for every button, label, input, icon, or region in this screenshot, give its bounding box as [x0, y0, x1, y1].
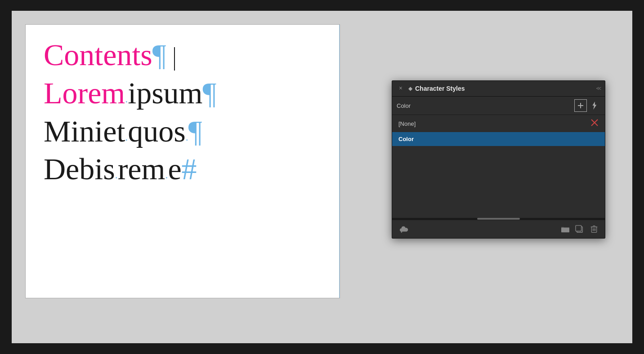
text-contents: Contents	[44, 38, 152, 72]
text-miniet: Miniet	[44, 114, 125, 148]
svg-rect-1	[578, 105, 583, 106]
column-guide	[339, 25, 340, 298]
panel-empty-area	[392, 146, 605, 218]
pilcrow-3: ¶	[188, 114, 202, 148]
panel-scrollbar[interactable]	[392, 218, 605, 220]
text-quos: quos	[128, 114, 185, 148]
panel-toolbar: Color	[392, 97, 605, 115]
load-styles-button[interactable]	[559, 223, 572, 235]
text-e: e	[168, 152, 181, 186]
plus-icon	[577, 102, 584, 109]
character-styles-panel: × ◆ Character Styles << Color	[392, 80, 605, 239]
cloud-sync-button[interactable]	[397, 223, 411, 235]
text-lorem: Lorem	[44, 76, 125, 110]
lightning-button[interactable]	[588, 99, 600, 112]
doc-line-1: Contents¶	[44, 38, 322, 72]
style-item-color[interactable]: Color	[392, 132, 605, 146]
pilcrow-1: ¶	[152, 38, 166, 72]
new-style-button[interactable]	[574, 99, 587, 112]
doc-line-3: Miniet·quos·¶	[44, 115, 322, 148]
panel-title: Character Styles	[415, 85, 596, 92]
pilcrow-2: ¶	[203, 76, 217, 110]
svg-rect-9	[576, 226, 581, 231]
styles-list: [None] Color	[392, 115, 605, 146]
duplicate-style-button[interactable]	[573, 223, 586, 235]
svg-rect-7	[561, 227, 569, 232]
duplicate-icon	[575, 225, 584, 233]
text-rem: rem	[118, 152, 165, 186]
delete-style-button[interactable]	[588, 223, 600, 235]
style-item-none[interactable]: [None]	[392, 115, 605, 132]
doc-line-4: Debis·rem·e#	[44, 152, 322, 186]
folder-icon	[560, 225, 570, 233]
diamond-icon: ◆	[408, 85, 412, 92]
scissors-icon	[590, 119, 599, 128]
svg-marker-2	[592, 102, 596, 110]
hash-mark: #	[182, 152, 197, 186]
style-color-label: Color	[398, 136, 414, 142]
style-none-label: [None]	[398, 120, 416, 127]
document-page: Contents¶ Lorem·ipsum¶ Miniet·quos·¶ Deb…	[25, 24, 340, 298]
panel-scrollbar-thumb[interactable]	[477, 218, 520, 220]
panel-collapse-button[interactable]: <<	[596, 85, 600, 92]
lightning-icon	[590, 102, 598, 110]
doc-line-2: Lorem·ipsum¶	[44, 76, 322, 110]
cloud-icon	[399, 225, 409, 233]
app-container: Contents¶ Lorem·ipsum¶ Miniet·quos·¶ Deb…	[12, 11, 632, 343]
text-ipsum: ipsum	[128, 76, 202, 110]
panel-close-button[interactable]: ×	[397, 84, 405, 93]
text-debis: Debis	[44, 152, 115, 186]
toolbar-color-label: Color	[397, 102, 573, 109]
text-cursor	[174, 47, 175, 71]
panel-bottom-toolbar	[392, 220, 605, 238]
panel-titlebar: × ◆ Character Styles <<	[392, 81, 605, 97]
trash-icon	[590, 225, 598, 233]
